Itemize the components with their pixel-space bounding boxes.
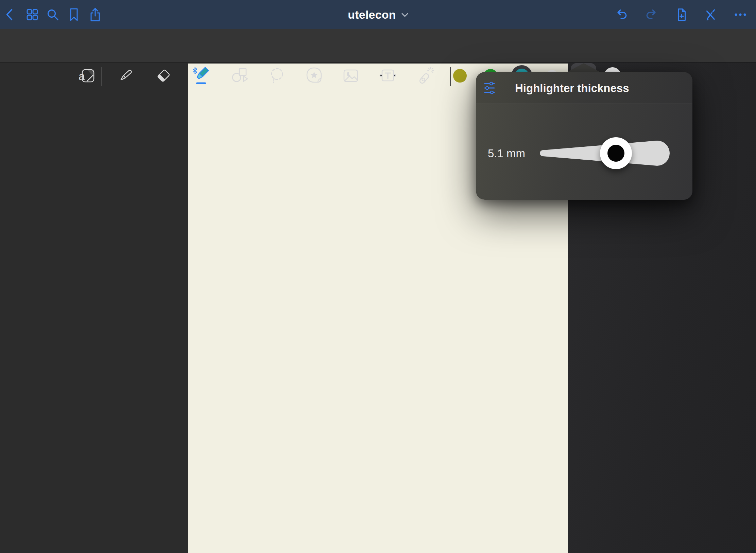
back-chevron-icon (3, 7, 18, 22)
tool-ribbon: a (0, 29, 756, 62)
sliders-settings-icon (484, 81, 495, 95)
eraser-tool[interactable] (154, 66, 173, 85)
pen-tool[interactable] (116, 66, 135, 85)
zoom-window-icon: a (78, 66, 97, 85)
more-button[interactable] (733, 7, 748, 22)
bookmark-icon (67, 7, 82, 22)
undo-icon (614, 7, 629, 22)
top-navigation-bar: utelecon (0, 0, 756, 29)
image-tool[interactable] (341, 66, 360, 85)
eraser-icon (154, 66, 173, 85)
highlighter-icon (192, 66, 211, 85)
search-icon (45, 7, 60, 22)
grid-icon (25, 7, 40, 22)
laser-pointer-tool[interactable] (416, 66, 435, 85)
stop-editing-button[interactable] (703, 7, 718, 22)
laser-pointer-icon (416, 66, 435, 85)
ellipsis-icon (733, 7, 748, 22)
page-thumbnails-button[interactable] (25, 7, 40, 22)
moon-icon (347, 72, 350, 76)
elements-sticker-icon (305, 66, 324, 85)
highlighter-thickness-popover: Highlighter thickness 5.1 mm (476, 72, 692, 200)
share-icon (88, 7, 103, 22)
toolbar-divider (450, 67, 451, 86)
highlighter-tool-selected[interactable] (192, 66, 211, 85)
back-button[interactable] (3, 7, 18, 22)
text-icon (378, 66, 397, 85)
title-chevron-down-icon (401, 13, 408, 19)
document-title[interactable]: utelecon (348, 8, 396, 21)
popover-header: Highlighter thickness (476, 72, 692, 104)
bookmark-button[interactable] (67, 7, 82, 22)
crossed-pen-icon (703, 7, 718, 22)
app-screen: utelecon a (0, 0, 756, 553)
svg-text:a: a (79, 70, 85, 83)
redo-icon (644, 7, 659, 22)
shapes-tool[interactable] (230, 66, 249, 85)
popover-caret (567, 63, 601, 72)
redo-button[interactable] (644, 7, 659, 22)
zoom-window-tool[interactable]: a (78, 66, 97, 85)
undo-button[interactable] (614, 7, 629, 22)
add-page-button[interactable] (674, 7, 689, 22)
elements-tool[interactable] (305, 66, 324, 85)
text-tool[interactable] (378, 66, 397, 85)
image-icon (341, 66, 360, 85)
lasso-icon (268, 66, 287, 85)
thickness-slider-knob-center (607, 145, 624, 162)
toolbar-divider (101, 67, 102, 86)
share-button[interactable] (88, 7, 103, 22)
add-page-icon (674, 7, 689, 22)
lasso-tool[interactable] (268, 66, 287, 85)
bluetooth-icon (193, 68, 197, 74)
shapes-icon (230, 66, 249, 85)
search-button[interactable] (45, 7, 60, 22)
thickness-slider-knob[interactable] (600, 137, 632, 169)
pen-icon (116, 66, 135, 85)
popover-title: Highlighter thickness (515, 72, 629, 104)
thickness-value-label: 5.1 mm (488, 142, 535, 165)
color-swatch-yellow[interactable] (453, 69, 467, 83)
